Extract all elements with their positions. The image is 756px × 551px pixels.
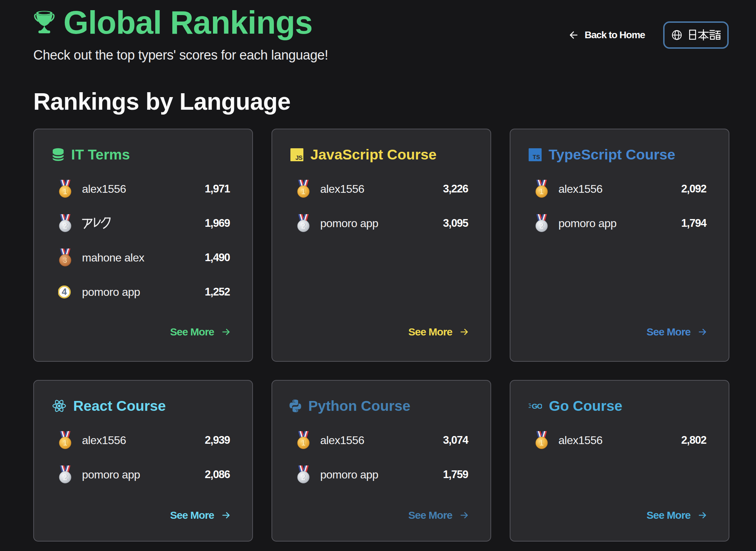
svg-text:TS: TS [533,154,540,160]
svg-text:JS: JS [295,154,302,161]
svg-text:2: 2 [539,222,544,230]
svg-text:3: 3 [63,256,67,265]
svg-text:1: 1 [63,438,67,447]
svg-text:2: 2 [301,222,305,230]
svg-text:1: 1 [539,438,544,447]
svg-text:2: 2 [63,222,67,230]
svg-text:1: 1 [301,438,305,447]
svg-text:GO: GO [532,402,542,410]
svg-text:2: 2 [301,473,305,482]
svg-text:1: 1 [539,187,544,196]
svg-text:2: 2 [63,473,67,482]
svg-text:1: 1 [63,187,67,196]
svg-text:4: 4 [62,286,67,297]
svg-text:1: 1 [301,187,305,196]
